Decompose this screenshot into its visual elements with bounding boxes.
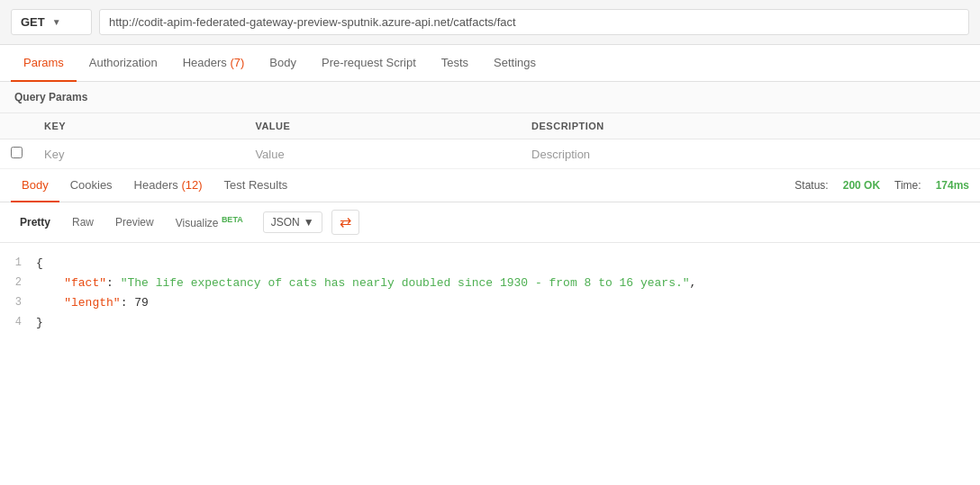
code-content-4: } — [36, 313, 980, 333]
row-checkbox[interactable] — [11, 147, 23, 158]
resp-tab-body[interactable]: Body — [11, 169, 59, 202]
format-select[interactable]: JSON ▼ — [263, 211, 322, 233]
status-value: 200 OK — [843, 179, 880, 192]
code-content-2: "fact": "The life expectancy of cats has… — [36, 274, 980, 293]
response-tabs-bar: Body Cookies Headers (12) Test Results S… — [0, 169, 980, 202]
code-line-4: 4 } — [0, 313, 980, 333]
status-info: Status: 200 OK Time: 174ms — [794, 179, 969, 192]
tab-body[interactable]: Body — [257, 45, 309, 82]
line-num-3: 3 — [0, 293, 36, 311]
view-pretty[interactable]: Pretty — [11, 211, 59, 233]
row-value-cell: Value — [244, 139, 521, 169]
tab-params[interactable]: Params — [11, 45, 77, 82]
code-line-1: 1 { — [0, 254, 980, 274]
request-tabs: Params Authorization Headers (7) Body Pr… — [0, 45, 980, 82]
body-toolbar: Pretty Raw Preview Visualize BETA JSON ▼… — [0, 202, 980, 243]
method-label: GET — [21, 15, 45, 29]
col-value: VALUE — [244, 113, 521, 139]
url-bar: GET ▼ — [0, 0, 980, 45]
tab-settings[interactable]: Settings — [481, 45, 549, 82]
view-preview[interactable]: Preview — [106, 211, 163, 233]
time-value: 174ms — [936, 179, 969, 192]
code-content-3: "length": 79 — [36, 293, 980, 313]
code-area: 1 { 2 "fact": "The life expectancy of ca… — [0, 243, 980, 344]
method-select[interactable]: GET ▼ — [11, 9, 92, 35]
url-input[interactable] — [99, 9, 969, 35]
line-num-1: 1 — [0, 254, 36, 272]
view-visualize[interactable]: Visualize BETA — [167, 211, 252, 234]
col-key: KEY — [33, 113, 244, 139]
line-num-4: 4 — [0, 313, 36, 331]
table-row: Key Value Description — [0, 139, 980, 169]
code-line-3: 3 "length": 79 — [0, 293, 980, 313]
tab-tests[interactable]: Tests — [429, 45, 481, 82]
tab-authorization[interactable]: Authorization — [77, 45, 170, 82]
code-line-2: 2 "fact": "The life expectancy of cats h… — [0, 274, 980, 293]
beta-badge: BETA — [222, 215, 243, 224]
tab-headers[interactable]: Headers (7) — [170, 45, 258, 82]
query-params-header: Query Params — [0, 82, 980, 113]
resp-tab-cookies[interactable]: Cookies — [59, 169, 123, 202]
row-key-cell: Key — [33, 139, 244, 169]
code-content-1: { — [36, 254, 980, 274]
time-label: Time: — [894, 179, 921, 192]
method-dropdown-icon: ▼ — [52, 17, 61, 27]
wrap-button[interactable]: ⇄ — [331, 210, 359, 235]
resp-tab-testresults[interactable]: Test Results — [213, 169, 299, 202]
tab-prerequest[interactable]: Pre-request Script — [309, 45, 429, 82]
status-label: Status: — [794, 179, 828, 192]
resp-tab-headers[interactable]: Headers (12) — [123, 169, 213, 202]
row-checkbox-cell[interactable] — [0, 139, 33, 169]
params-table: KEY VALUE DESCRIPTION Key Value Descript… — [0, 113, 980, 169]
resp-headers-badge: (12) — [181, 178, 202, 192]
col-description: DESCRIPTION — [521, 113, 980, 139]
format-arrow-icon: ▼ — [304, 216, 314, 229]
col-checkbox — [0, 113, 33, 139]
line-num-2: 2 — [0, 274, 36, 292]
row-description-cell: Description — [521, 139, 980, 169]
headers-badge: (7) — [230, 56, 244, 69]
view-raw[interactable]: Raw — [63, 211, 103, 233]
